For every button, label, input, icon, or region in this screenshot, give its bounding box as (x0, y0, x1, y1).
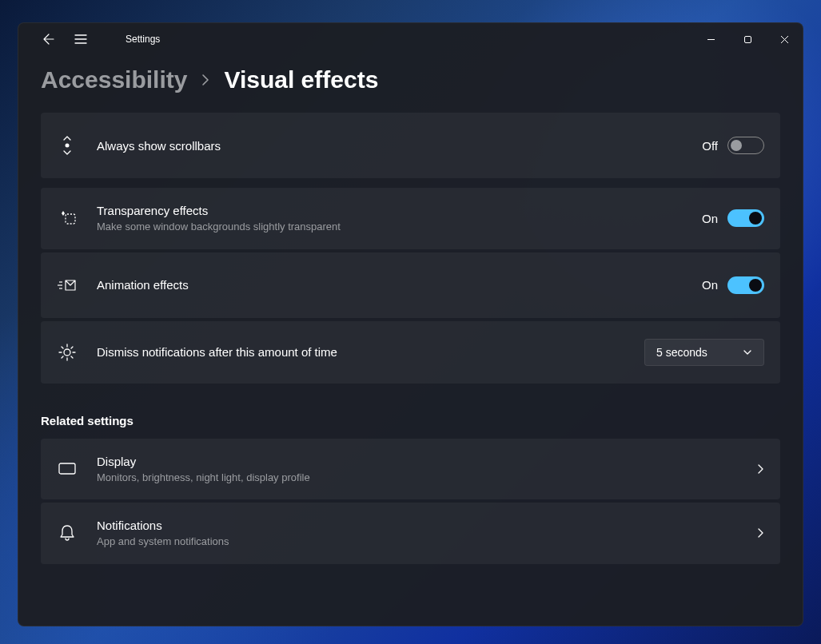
scrollbar-icon (57, 135, 78, 156)
bell-icon (57, 524, 78, 542)
setting-transparency: Transparency effects Make some window ba… (41, 188, 780, 249)
svg-line-20 (71, 347, 73, 348)
transparency-toggle[interactable] (727, 209, 764, 227)
chevron-right-icon (756, 527, 764, 539)
svg-rect-8 (66, 214, 75, 224)
svg-rect-21 (59, 463, 75, 474)
svg-line-19 (62, 356, 63, 358)
settings-window: Settings Accessibility (18, 22, 803, 626)
setting-subtitle: Monitors, brightness, night light, displ… (97, 470, 743, 486)
animation-toggle[interactable] (727, 276, 764, 294)
maximize-button[interactable] (729, 23, 766, 55)
back-arrow-icon (42, 33, 55, 46)
hamburger-icon (74, 34, 87, 45)
transparency-icon (57, 209, 78, 227)
svg-point-12 (64, 349, 70, 356)
setting-scrollbars: Always show scrollbars Off (41, 113, 780, 178)
breadcrumb-parent-link[interactable]: Accessibility (41, 66, 187, 93)
svg-line-18 (71, 356, 73, 358)
setting-dismiss-notifications: Dismiss notifications after this amount … (41, 321, 780, 384)
setting-animation: Animation effects On (41, 252, 780, 318)
svg-rect-4 (744, 36, 751, 42)
toggle-state-label: On (702, 212, 718, 225)
minimize-button[interactable] (692, 23, 729, 55)
related-display-link[interactable]: Display Monitors, brightness, night ligh… (41, 439, 780, 500)
dismiss-time-dropdown[interactable]: 5 seconds (644, 339, 764, 366)
dropdown-selected-value: 5 seconds (656, 346, 707, 359)
breadcrumb-separator-icon (201, 74, 209, 86)
close-button[interactable] (766, 23, 803, 55)
setting-subtitle: App and system notifications (97, 534, 743, 550)
titlebar: Settings (18, 23, 803, 55)
brightness-icon (57, 343, 78, 362)
setting-title: Animation effects (97, 276, 702, 293)
related-notifications-link[interactable]: Notifications App and system notificatio… (41, 503, 780, 564)
svg-point-7 (66, 144, 70, 148)
setting-title: Transparency effects (97, 202, 702, 219)
setting-title: Notifications (97, 517, 743, 534)
setting-subtitle: Make some window backgrounds slightly tr… (97, 219, 702, 235)
scrollbars-toggle[interactable] (727, 137, 764, 154)
setting-title: Always show scrollbars (97, 137, 702, 154)
related-settings-header: Related settings (41, 414, 780, 427)
toggle-state-label: Off (702, 139, 718, 153)
back-button[interactable] (33, 23, 65, 55)
breadcrumb: Accessibility Visual effects (41, 66, 780, 93)
animation-icon (57, 277, 78, 293)
setting-title: Dismiss notifications after this amount … (97, 344, 644, 360)
chevron-down-icon (743, 348, 752, 357)
maximize-icon (743, 35, 752, 44)
close-icon (780, 35, 789, 44)
toggle-state-label: On (702, 278, 718, 292)
page-title: Visual effects (224, 66, 378, 93)
content-area: Accessibility Visual effects Always show… (18, 55, 803, 626)
app-title: Settings (126, 34, 160, 45)
display-icon (57, 462, 78, 476)
navigation-menu-button[interactable] (65, 23, 97, 55)
svg-line-17 (62, 347, 63, 348)
setting-title: Display (97, 453, 743, 470)
minimize-icon (707, 35, 715, 44)
chevron-right-icon (756, 463, 764, 475)
